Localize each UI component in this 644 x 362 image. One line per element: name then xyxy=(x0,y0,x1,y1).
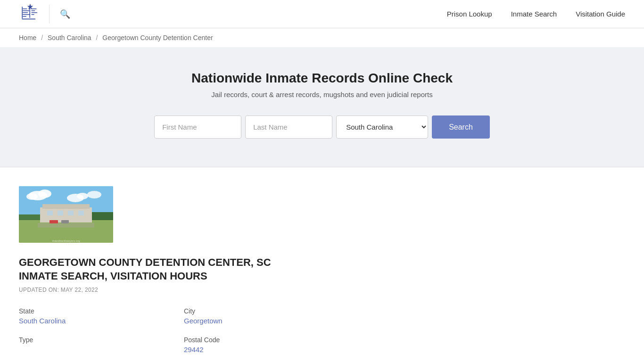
facility-image-inner: massblacklawyers.org xyxy=(19,186,113,243)
state-label: State xyxy=(19,307,184,315)
nav-inmate-search[interactable]: Inmate Search xyxy=(511,10,557,18)
svg-rect-25 xyxy=(47,211,53,215)
watermark-text: massblacklawyers.org xyxy=(52,239,80,242)
info-grid: State South Carolina City Georgetown Typ… xyxy=(19,307,349,362)
postal-label: Postal Code xyxy=(184,336,349,344)
svg-rect-29 xyxy=(38,223,94,228)
info-city: City Georgetown xyxy=(184,307,349,325)
header-search-button[interactable]: 🔍 xyxy=(57,6,73,22)
last-name-input[interactable] xyxy=(245,115,332,139)
svg-rect-2 xyxy=(23,12,28,13)
main-content: massblacklawyers.org GEORGETOWN COUNTY D… xyxy=(0,167,519,362)
facility-title: GEORGETOWN COUNTY DETENTION CENTER, SC I… xyxy=(19,256,500,283)
state-select[interactable]: AlabamaAlaskaArizonaArkansasCaliforniaCo… xyxy=(336,115,428,139)
svg-rect-9 xyxy=(31,14,34,15)
breadcrumb-facility[interactable]: Georgetown County Detention Center xyxy=(102,34,213,41)
svg-rect-11 xyxy=(22,18,35,19)
svg-point-15 xyxy=(38,189,51,198)
svg-rect-3 xyxy=(23,14,30,15)
logo[interactable] xyxy=(19,3,41,25)
breadcrumb-sep-1: / xyxy=(41,34,43,41)
search-icon: 🔍 xyxy=(60,9,70,19)
breadcrumb-state[interactable]: South Carolina xyxy=(48,34,91,41)
svg-rect-26 xyxy=(58,211,63,215)
svg-point-18 xyxy=(77,193,88,199)
svg-point-19 xyxy=(87,191,101,198)
svg-rect-1 xyxy=(23,10,29,11)
info-type: Type xyxy=(19,336,184,354)
city-label: City xyxy=(184,307,349,315)
svg-rect-24 xyxy=(42,204,90,209)
first-name-input[interactable] xyxy=(154,115,241,139)
logo-icon xyxy=(19,3,41,25)
type-label: Type xyxy=(19,336,184,344)
svg-rect-27 xyxy=(68,211,74,215)
breadcrumb-sep-2: / xyxy=(96,34,98,41)
breadcrumb-home[interactable]: Home xyxy=(19,34,36,41)
updated-label: UPDATED ON: MAY 22, 2022 xyxy=(19,287,500,293)
header-divider xyxy=(49,5,50,24)
postal-value: 29442 xyxy=(184,346,349,354)
header-left: 🔍 xyxy=(19,3,73,25)
svg-rect-0 xyxy=(23,8,27,9)
svg-rect-7 xyxy=(31,10,35,11)
svg-rect-8 xyxy=(31,12,37,13)
search-button[interactable]: Search xyxy=(432,115,490,139)
info-state: State South Carolina xyxy=(19,307,184,325)
svg-rect-28 xyxy=(78,211,84,215)
state-value: South Carolina xyxy=(19,317,184,325)
svg-rect-6 xyxy=(31,8,36,9)
nav-prison-lookup[interactable]: Prison Lookup xyxy=(447,10,492,18)
breadcrumb: Home / South Carolina / Georgetown Count… xyxy=(0,28,644,47)
svg-rect-4 xyxy=(23,16,26,17)
facility-title-line2: INMATE SEARCH, VISITATION HOURS xyxy=(19,270,207,282)
svg-rect-10 xyxy=(22,7,23,19)
hero-subtitle: Jail records, court & arrest records, mu… xyxy=(19,90,625,99)
inmate-search-form: AlabamaAlaskaArizonaArkansasCaliforniaCo… xyxy=(19,115,625,139)
svg-point-16 xyxy=(26,193,38,200)
facility-title-line1: GEORGETOWN COUNTY DETENTION CENTER, SC xyxy=(19,256,271,268)
hero-title: Nationwide Inmate Records Online Check xyxy=(19,71,625,86)
facility-image: massblacklawyers.org xyxy=(19,186,113,243)
nav-visitation-guide[interactable]: Visitation Guide xyxy=(576,10,625,18)
svg-rect-30 xyxy=(50,220,58,223)
city-value: Georgetown xyxy=(184,317,349,325)
hero-section: Nationwide Inmate Records Online Check J… xyxy=(0,47,644,167)
header-nav: Prison Lookup Inmate Search Visitation G… xyxy=(447,10,625,18)
svg-rect-31 xyxy=(61,220,69,223)
facility-image-svg: massblacklawyers.org xyxy=(19,186,113,243)
header: 🔍 Prison Lookup Inmate Search Visitation… xyxy=(0,0,644,28)
info-postal: Postal Code 29442 xyxy=(184,336,349,354)
